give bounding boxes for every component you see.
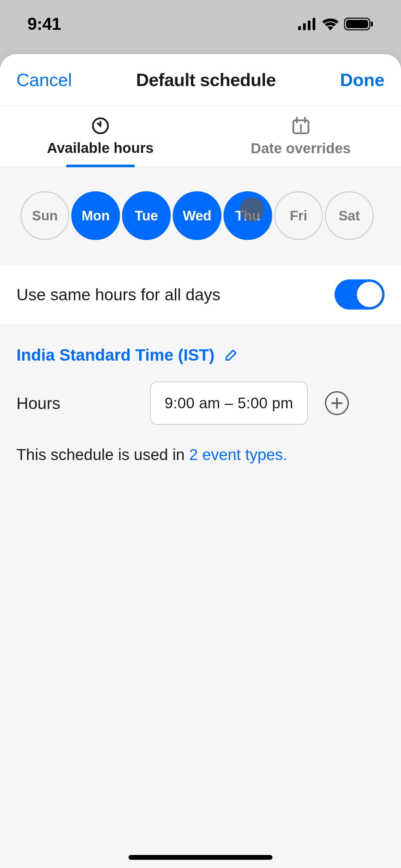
hours-label: Hours [16,394,133,413]
add-time-range-button[interactable] [325,391,349,415]
day-chip-sun[interactable]: Sun [21,191,69,240]
hours-section: India Standard Time (IST) Hours 9:00 am … [0,325,401,464]
status-icons [298,17,374,31]
cellular-signal-icon [298,18,317,30]
battery-icon [344,17,374,31]
day-chip-tue[interactable]: Tue [122,191,171,240]
days-section: Sun Mon Tue Wed Thu Fri Sat [0,167,401,264]
day-chip-mon[interactable]: Mon [71,191,120,240]
end-time: 5:00 pm [238,395,293,411]
timezone-button[interactable]: India Standard Time (IST) [16,346,215,364]
tab-available-hours-label: Available hours [47,140,154,156]
start-time: 9:00 am [165,395,220,411]
svg-rect-0 [298,26,301,30]
pencil-icon[interactable] [223,348,239,363]
day-chip-thu[interactable]: Thu [223,191,272,240]
done-button[interactable]: Done [340,66,385,94]
same-hours-row: Use same hours for all days [0,264,401,325]
days-row: Sun Mon Tue Wed Thu Fri Sat [21,191,380,240]
time-separator: – [225,395,233,411]
cancel-button[interactable]: Cancel [16,66,72,94]
toggle-knob [357,282,382,307]
same-hours-toggle[interactable] [335,279,385,310]
time-range-field[interactable]: 9:00 am – 5:00 pm [150,382,308,425]
wifi-icon [321,17,339,31]
hours-row: Hours 9:00 am – 5:00 pm [16,382,385,425]
tab-date-overrides-label: Date overrides [251,140,351,157]
day-chip-fri[interactable]: Fri [274,191,323,240]
usage-text: This schedule is used in 2 event types. [16,445,385,464]
svg-point-12 [300,130,302,132]
tab-available-hours[interactable]: Available hours [0,106,200,167]
svg-rect-3 [313,18,315,30]
same-hours-label: Use same hours for all days [16,285,220,304]
usage-prefix: This schedule is used in [16,446,189,463]
status-bar: 9:41 [0,0,401,48]
sheet-header: Cancel Default schedule Done [0,54,401,106]
svg-rect-1 [303,23,306,30]
tab-underline [66,165,135,167]
tab-date-overrides[interactable]: Date overrides [200,106,401,167]
day-chip-wed[interactable]: Wed [173,191,221,240]
svg-rect-2 [308,21,311,30]
svg-rect-5 [346,20,368,28]
clock-icon [91,117,110,135]
event-types-link[interactable]: 2 event types. [189,446,287,463]
timezone-row: India Standard Time (IST) [16,346,385,364]
svg-rect-6 [371,22,373,26]
calendar-icon [291,116,311,135]
home-indicator [129,855,272,860]
tab-bar: Available hours Date overrides [0,106,401,167]
plus-icon [330,396,344,410]
day-chip-sat[interactable]: Sat [325,191,374,240]
modal-sheet: Cancel Default schedule Done Available h… [0,54,401,868]
status-time: 9:41 [27,14,61,34]
page-title: Default schedule [136,70,276,90]
